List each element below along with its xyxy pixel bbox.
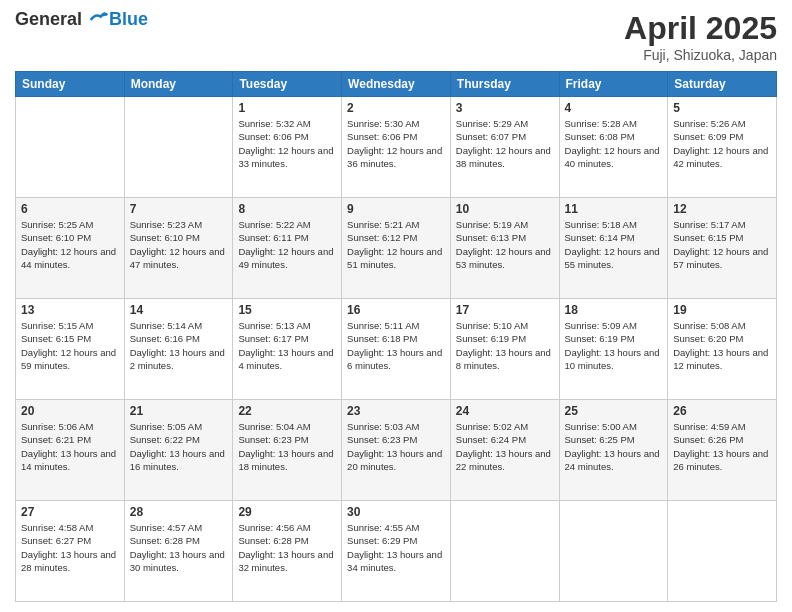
calendar-cell: 1Sunrise: 5:32 AM Sunset: 6:06 PM Daylig… [233, 97, 342, 198]
day-number: 3 [456, 101, 554, 115]
col-sunday: Sunday [16, 72, 125, 97]
week-row-5: 27Sunrise: 4:58 AM Sunset: 6:27 PM Dayli… [16, 501, 777, 602]
day-info: Sunrise: 5:15 AM Sunset: 6:15 PM Dayligh… [21, 319, 119, 372]
calendar-cell: 27Sunrise: 4:58 AM Sunset: 6:27 PM Dayli… [16, 501, 125, 602]
day-number: 5 [673, 101, 771, 115]
calendar-cell: 21Sunrise: 5:05 AM Sunset: 6:22 PM Dayli… [124, 400, 233, 501]
day-number: 16 [347, 303, 445, 317]
calendar-header-row: Sunday Monday Tuesday Wednesday Thursday… [16, 72, 777, 97]
calendar-cell [16, 97, 125, 198]
col-tuesday: Tuesday [233, 72, 342, 97]
month-title: April 2025 [624, 10, 777, 47]
day-number: 8 [238, 202, 336, 216]
col-friday: Friday [559, 72, 668, 97]
week-row-2: 6Sunrise: 5:25 AM Sunset: 6:10 PM Daylig… [16, 198, 777, 299]
calendar-cell: 15Sunrise: 5:13 AM Sunset: 6:17 PM Dayli… [233, 299, 342, 400]
calendar-cell: 6Sunrise: 5:25 AM Sunset: 6:10 PM Daylig… [16, 198, 125, 299]
day-number: 10 [456, 202, 554, 216]
calendar-cell: 4Sunrise: 5:28 AM Sunset: 6:08 PM Daylig… [559, 97, 668, 198]
calendar-cell: 8Sunrise: 5:22 AM Sunset: 6:11 PM Daylig… [233, 198, 342, 299]
calendar-cell [668, 501, 777, 602]
day-info: Sunrise: 4:59 AM Sunset: 6:26 PM Dayligh… [673, 420, 771, 473]
day-info: Sunrise: 5:13 AM Sunset: 6:17 PM Dayligh… [238, 319, 336, 372]
day-number: 23 [347, 404, 445, 418]
day-info: Sunrise: 5:00 AM Sunset: 6:25 PM Dayligh… [565, 420, 663, 473]
logo-icon [89, 10, 109, 30]
day-number: 1 [238, 101, 336, 115]
day-info: Sunrise: 5:18 AM Sunset: 6:14 PM Dayligh… [565, 218, 663, 271]
day-number: 13 [21, 303, 119, 317]
calendar-cell: 19Sunrise: 5:08 AM Sunset: 6:20 PM Dayli… [668, 299, 777, 400]
calendar-cell: 7Sunrise: 5:23 AM Sunset: 6:10 PM Daylig… [124, 198, 233, 299]
day-info: Sunrise: 5:09 AM Sunset: 6:19 PM Dayligh… [565, 319, 663, 372]
calendar-cell: 13Sunrise: 5:15 AM Sunset: 6:15 PM Dayli… [16, 299, 125, 400]
calendar-cell: 9Sunrise: 5:21 AM Sunset: 6:12 PM Daylig… [342, 198, 451, 299]
calendar-cell: 3Sunrise: 5:29 AM Sunset: 6:07 PM Daylig… [450, 97, 559, 198]
day-number: 11 [565, 202, 663, 216]
day-info: Sunrise: 5:19 AM Sunset: 6:13 PM Dayligh… [456, 218, 554, 271]
day-info: Sunrise: 5:21 AM Sunset: 6:12 PM Dayligh… [347, 218, 445, 271]
day-info: Sunrise: 5:28 AM Sunset: 6:08 PM Dayligh… [565, 117, 663, 170]
day-info: Sunrise: 4:55 AM Sunset: 6:29 PM Dayligh… [347, 521, 445, 574]
week-row-4: 20Sunrise: 5:06 AM Sunset: 6:21 PM Dayli… [16, 400, 777, 501]
day-info: Sunrise: 5:25 AM Sunset: 6:10 PM Dayligh… [21, 218, 119, 271]
day-number: 26 [673, 404, 771, 418]
calendar-cell: 24Sunrise: 5:02 AM Sunset: 6:24 PM Dayli… [450, 400, 559, 501]
day-number: 18 [565, 303, 663, 317]
day-number: 28 [130, 505, 228, 519]
calendar-cell: 30Sunrise: 4:55 AM Sunset: 6:29 PM Dayli… [342, 501, 451, 602]
day-number: 14 [130, 303, 228, 317]
day-info: Sunrise: 5:17 AM Sunset: 6:15 PM Dayligh… [673, 218, 771, 271]
calendar-cell: 16Sunrise: 5:11 AM Sunset: 6:18 PM Dayli… [342, 299, 451, 400]
day-number: 9 [347, 202, 445, 216]
day-number: 7 [130, 202, 228, 216]
day-number: 15 [238, 303, 336, 317]
day-number: 24 [456, 404, 554, 418]
page-header: General Blue April 2025 Fuji, Shizuoka, … [15, 10, 777, 63]
day-info: Sunrise: 5:10 AM Sunset: 6:19 PM Dayligh… [456, 319, 554, 372]
day-info: Sunrise: 5:14 AM Sunset: 6:16 PM Dayligh… [130, 319, 228, 372]
day-info: Sunrise: 5:04 AM Sunset: 6:23 PM Dayligh… [238, 420, 336, 473]
location: Fuji, Shizuoka, Japan [624, 47, 777, 63]
day-number: 17 [456, 303, 554, 317]
week-row-3: 13Sunrise: 5:15 AM Sunset: 6:15 PM Dayli… [16, 299, 777, 400]
day-info: Sunrise: 5:32 AM Sunset: 6:06 PM Dayligh… [238, 117, 336, 170]
calendar-cell: 10Sunrise: 5:19 AM Sunset: 6:13 PM Dayli… [450, 198, 559, 299]
day-info: Sunrise: 5:22 AM Sunset: 6:11 PM Dayligh… [238, 218, 336, 271]
col-thursday: Thursday [450, 72, 559, 97]
col-wednesday: Wednesday [342, 72, 451, 97]
day-number: 25 [565, 404, 663, 418]
calendar-cell: 17Sunrise: 5:10 AM Sunset: 6:19 PM Dayli… [450, 299, 559, 400]
day-info: Sunrise: 4:57 AM Sunset: 6:28 PM Dayligh… [130, 521, 228, 574]
calendar-cell: 14Sunrise: 5:14 AM Sunset: 6:16 PM Dayli… [124, 299, 233, 400]
day-info: Sunrise: 5:26 AM Sunset: 6:09 PM Dayligh… [673, 117, 771, 170]
calendar-cell: 26Sunrise: 4:59 AM Sunset: 6:26 PM Dayli… [668, 400, 777, 501]
logo: General Blue [15, 10, 148, 30]
calendar-cell: 23Sunrise: 5:03 AM Sunset: 6:23 PM Dayli… [342, 400, 451, 501]
calendar-cell: 11Sunrise: 5:18 AM Sunset: 6:14 PM Dayli… [559, 198, 668, 299]
calendar-cell [450, 501, 559, 602]
day-info: Sunrise: 5:08 AM Sunset: 6:20 PM Dayligh… [673, 319, 771, 372]
day-number: 22 [238, 404, 336, 418]
day-info: Sunrise: 5:23 AM Sunset: 6:10 PM Dayligh… [130, 218, 228, 271]
calendar-cell: 2Sunrise: 5:30 AM Sunset: 6:06 PM Daylig… [342, 97, 451, 198]
day-number: 20 [21, 404, 119, 418]
calendar-table: Sunday Monday Tuesday Wednesday Thursday… [15, 71, 777, 602]
day-number: 4 [565, 101, 663, 115]
calendar-cell: 28Sunrise: 4:57 AM Sunset: 6:28 PM Dayli… [124, 501, 233, 602]
week-row-1: 1Sunrise: 5:32 AM Sunset: 6:06 PM Daylig… [16, 97, 777, 198]
calendar-cell: 29Sunrise: 4:56 AM Sunset: 6:28 PM Dayli… [233, 501, 342, 602]
calendar-cell [124, 97, 233, 198]
day-number: 29 [238, 505, 336, 519]
logo-text-general: General [15, 9, 82, 29]
day-number: 6 [21, 202, 119, 216]
calendar-cell: 5Sunrise: 5:26 AM Sunset: 6:09 PM Daylig… [668, 97, 777, 198]
day-info: Sunrise: 5:29 AM Sunset: 6:07 PM Dayligh… [456, 117, 554, 170]
day-info: Sunrise: 5:03 AM Sunset: 6:23 PM Dayligh… [347, 420, 445, 473]
col-saturday: Saturday [668, 72, 777, 97]
calendar-cell: 20Sunrise: 5:06 AM Sunset: 6:21 PM Dayli… [16, 400, 125, 501]
calendar-cell [559, 501, 668, 602]
day-info: Sunrise: 5:11 AM Sunset: 6:18 PM Dayligh… [347, 319, 445, 372]
day-number: 27 [21, 505, 119, 519]
day-info: Sunrise: 5:06 AM Sunset: 6:21 PM Dayligh… [21, 420, 119, 473]
